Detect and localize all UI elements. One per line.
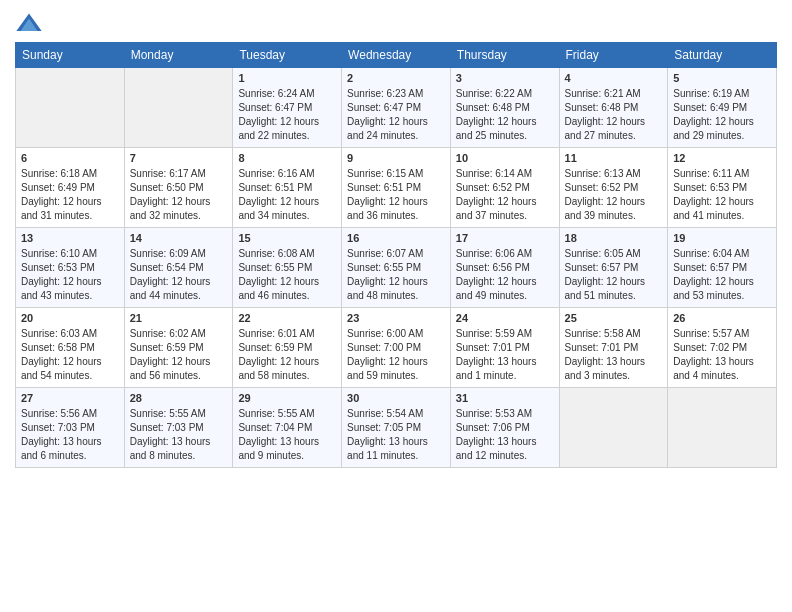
cell-content-line: Sunset: 6:47 PM xyxy=(347,101,445,115)
cell-content-line: Sunset: 6:58 PM xyxy=(21,341,119,355)
calendar-cell: 13Sunrise: 6:10 AMSunset: 6:53 PMDayligh… xyxy=(16,228,125,308)
cell-content-line: Sunset: 7:03 PM xyxy=(21,421,119,435)
cell-content-line: Sunrise: 6:06 AM xyxy=(456,247,554,261)
calendar-table: SundayMondayTuesdayWednesdayThursdayFrid… xyxy=(15,42,777,468)
cell-content-line: Daylight: 12 hours xyxy=(347,115,445,129)
cell-content-line: Daylight: 12 hours xyxy=(456,275,554,289)
cell-content-line: Sunset: 6:51 PM xyxy=(347,181,445,195)
calendar-cell: 25Sunrise: 5:58 AMSunset: 7:01 PMDayligh… xyxy=(559,308,668,388)
cell-content-line: Sunset: 6:49 PM xyxy=(21,181,119,195)
cell-content-line: Daylight: 12 hours xyxy=(21,275,119,289)
cell-content-line: Daylight: 12 hours xyxy=(130,275,228,289)
cell-content-line: Daylight: 12 hours xyxy=(347,355,445,369)
cell-content-line: Sunset: 6:53 PM xyxy=(21,261,119,275)
cell-content-line: Sunrise: 5:58 AM xyxy=(565,327,663,341)
cell-content-line: Sunset: 6:59 PM xyxy=(130,341,228,355)
calendar-cell: 12Sunrise: 6:11 AMSunset: 6:53 PMDayligh… xyxy=(668,148,777,228)
cell-content-line: and 11 minutes. xyxy=(347,449,445,463)
cell-content-line: Sunrise: 6:01 AM xyxy=(238,327,336,341)
cell-content-line: Daylight: 13 hours xyxy=(565,355,663,369)
cell-content-line: Daylight: 12 hours xyxy=(673,115,771,129)
day-number: 5 xyxy=(673,71,771,86)
cell-content-line: Daylight: 13 hours xyxy=(456,355,554,369)
cell-content-line: Daylight: 12 hours xyxy=(21,355,119,369)
calendar-cell: 15Sunrise: 6:08 AMSunset: 6:55 PMDayligh… xyxy=(233,228,342,308)
cell-content-line: Daylight: 12 hours xyxy=(130,355,228,369)
day-header-thursday: Thursday xyxy=(450,43,559,68)
cell-content-line: Sunrise: 6:16 AM xyxy=(238,167,336,181)
day-number: 11 xyxy=(565,151,663,166)
cell-content-line: Daylight: 12 hours xyxy=(673,195,771,209)
week-row-3: 13Sunrise: 6:10 AMSunset: 6:53 PMDayligh… xyxy=(16,228,777,308)
cell-content-line: and 29 minutes. xyxy=(673,129,771,143)
day-number: 21 xyxy=(130,311,228,326)
cell-content-line: Daylight: 12 hours xyxy=(565,195,663,209)
cell-content-line: and 12 minutes. xyxy=(456,449,554,463)
cell-content-line: Daylight: 12 hours xyxy=(565,115,663,129)
cell-content-line: Sunrise: 6:03 AM xyxy=(21,327,119,341)
cell-content-line: Sunset: 6:55 PM xyxy=(347,261,445,275)
calendar-cell: 4Sunrise: 6:21 AMSunset: 6:48 PMDaylight… xyxy=(559,68,668,148)
calendar-cell: 17Sunrise: 6:06 AMSunset: 6:56 PMDayligh… xyxy=(450,228,559,308)
cell-content-line: and 54 minutes. xyxy=(21,369,119,383)
cell-content-line: Daylight: 13 hours xyxy=(238,435,336,449)
calendar-cell: 11Sunrise: 6:13 AMSunset: 6:52 PMDayligh… xyxy=(559,148,668,228)
calendar-cell xyxy=(668,388,777,468)
week-row-4: 20Sunrise: 6:03 AMSunset: 6:58 PMDayligh… xyxy=(16,308,777,388)
cell-content-line: Sunrise: 6:17 AM xyxy=(130,167,228,181)
day-number: 10 xyxy=(456,151,554,166)
cell-content-line: Daylight: 12 hours xyxy=(673,275,771,289)
calendar-cell: 20Sunrise: 6:03 AMSunset: 6:58 PMDayligh… xyxy=(16,308,125,388)
day-number: 6 xyxy=(21,151,119,166)
cell-content-line: Daylight: 13 hours xyxy=(21,435,119,449)
logo xyxy=(15,10,47,38)
cell-content-line: Sunset: 6:59 PM xyxy=(238,341,336,355)
cell-content-line: and 3 minutes. xyxy=(565,369,663,383)
day-number: 30 xyxy=(347,391,445,406)
cell-content-line: Sunset: 6:49 PM xyxy=(673,101,771,115)
cell-content-line: Sunrise: 5:55 AM xyxy=(130,407,228,421)
day-number: 28 xyxy=(130,391,228,406)
day-number: 2 xyxy=(347,71,445,86)
cell-content-line: and 31 minutes. xyxy=(21,209,119,223)
calendar-cell: 30Sunrise: 5:54 AMSunset: 7:05 PMDayligh… xyxy=(342,388,451,468)
cell-content-line: Sunrise: 5:54 AM xyxy=(347,407,445,421)
day-number: 13 xyxy=(21,231,119,246)
cell-content-line: Sunset: 6:48 PM xyxy=(565,101,663,115)
cell-content-line: and 48 minutes. xyxy=(347,289,445,303)
cell-content-line: and 25 minutes. xyxy=(456,129,554,143)
cell-content-line: and 6 minutes. xyxy=(21,449,119,463)
cell-content-line: and 24 minutes. xyxy=(347,129,445,143)
cell-content-line: Sunset: 6:55 PM xyxy=(238,261,336,275)
cell-content-line: Sunset: 7:04 PM xyxy=(238,421,336,435)
day-header-wednesday: Wednesday xyxy=(342,43,451,68)
calendar-cell: 5Sunrise: 6:19 AMSunset: 6:49 PMDaylight… xyxy=(668,68,777,148)
day-number: 23 xyxy=(347,311,445,326)
logo-icon xyxy=(15,10,43,38)
day-header-sunday: Sunday xyxy=(16,43,125,68)
week-row-1: 1Sunrise: 6:24 AMSunset: 6:47 PMDaylight… xyxy=(16,68,777,148)
cell-content-line: Sunrise: 6:02 AM xyxy=(130,327,228,341)
cell-content-line: Sunset: 6:48 PM xyxy=(456,101,554,115)
cell-content-line: Sunrise: 6:24 AM xyxy=(238,87,336,101)
cell-content-line: Sunset: 6:52 PM xyxy=(565,181,663,195)
day-header-friday: Friday xyxy=(559,43,668,68)
cell-content-line: and 41 minutes. xyxy=(673,209,771,223)
day-number: 12 xyxy=(673,151,771,166)
cell-content-line: Sunrise: 6:13 AM xyxy=(565,167,663,181)
calendar-cell: 23Sunrise: 6:00 AMSunset: 7:00 PMDayligh… xyxy=(342,308,451,388)
calendar-cell xyxy=(559,388,668,468)
calendar-cell: 24Sunrise: 5:59 AMSunset: 7:01 PMDayligh… xyxy=(450,308,559,388)
cell-content-line: Sunrise: 6:08 AM xyxy=(238,247,336,261)
day-number: 14 xyxy=(130,231,228,246)
calendar-cell: 8Sunrise: 6:16 AMSunset: 6:51 PMDaylight… xyxy=(233,148,342,228)
cell-content-line: Daylight: 12 hours xyxy=(238,355,336,369)
day-number: 3 xyxy=(456,71,554,86)
day-header-saturday: Saturday xyxy=(668,43,777,68)
cell-content-line: Sunrise: 6:23 AM xyxy=(347,87,445,101)
cell-content-line: Sunrise: 5:59 AM xyxy=(456,327,554,341)
cell-content-line: Sunset: 7:00 PM xyxy=(347,341,445,355)
cell-content-line: Sunset: 6:57 PM xyxy=(673,261,771,275)
calendar-cell: 2Sunrise: 6:23 AMSunset: 6:47 PMDaylight… xyxy=(342,68,451,148)
cell-content-line: Daylight: 13 hours xyxy=(456,435,554,449)
